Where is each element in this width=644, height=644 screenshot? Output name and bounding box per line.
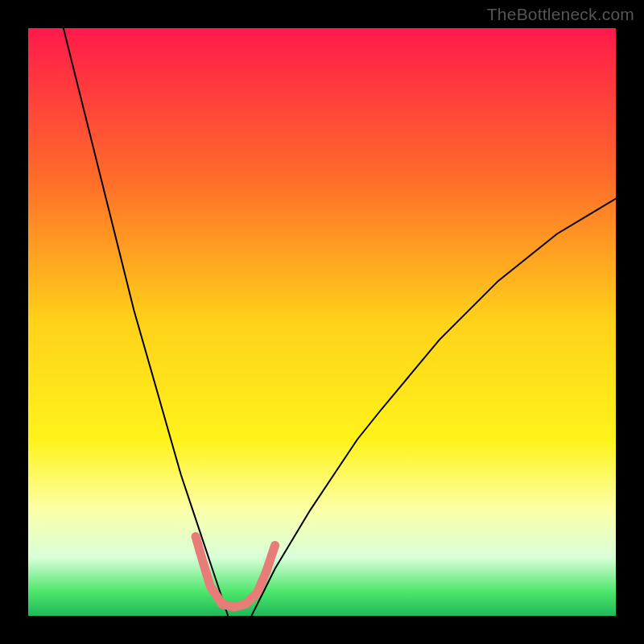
- plot-area: [28, 28, 616, 616]
- series-marker-band: [196, 536, 275, 607]
- chart-root: TheBottleneck.com: [0, 0, 644, 644]
- series-right-curve: [251, 199, 616, 616]
- series-left-curve: [64, 28, 228, 616]
- watermark-text: TheBottleneck.com: [487, 5, 634, 24]
- curves-layer: [28, 28, 616, 616]
